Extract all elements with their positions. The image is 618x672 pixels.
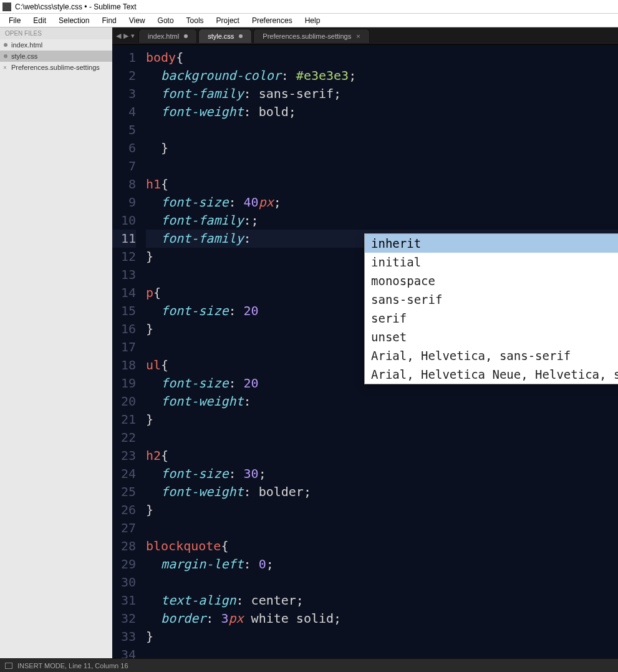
code-line[interactable]: border: 3px white solid; bbox=[146, 610, 618, 628]
line-number: 13 bbox=[112, 266, 136, 284]
open-file-label: style.css bbox=[11, 52, 37, 60]
open-file-item[interactable]: ×Preferences.sublime-settings bbox=[0, 62, 112, 73]
line-number: 34 bbox=[112, 646, 136, 658]
code-line[interactable]: body{ bbox=[146, 49, 618, 67]
line-number: 27 bbox=[112, 519, 136, 537]
line-number: 16 bbox=[112, 320, 136, 338]
tab-row: ◀ ▶ ▾ index.htmlstyle.cssPreferences.sub… bbox=[112, 27, 618, 45]
code-line[interactable]: } bbox=[146, 628, 618, 646]
open-file-label: index.html bbox=[11, 41, 42, 49]
code-line[interactable]: text-align: center; bbox=[146, 592, 618, 610]
workspace: OPEN FILES index.htmlstyle.css×Preferenc… bbox=[0, 27, 618, 658]
editor-area: ◀ ▶ ▾ index.htmlstyle.cssPreferences.sub… bbox=[112, 27, 618, 658]
code-line[interactable] bbox=[146, 121, 618, 139]
code-line[interactable]: background-color: #e3e3e3; bbox=[146, 67, 618, 85]
line-number: 32 bbox=[112, 610, 136, 628]
menubar: FileEditSelectionFindViewGotoToolsProjec… bbox=[0, 14, 618, 27]
line-number: 25 bbox=[112, 483, 136, 501]
close-icon[interactable]: × bbox=[356, 32, 360, 40]
open-file-item[interactable]: index.html bbox=[0, 39, 112, 51]
line-number: 26 bbox=[112, 501, 136, 519]
code-line[interactable]: } bbox=[146, 501, 618, 519]
autocomplete-item[interactable]: inherit bbox=[365, 234, 618, 253]
tab-nav-back-icon[interactable]: ◀ bbox=[116, 32, 121, 40]
tab-nav-forward-icon[interactable]: ▶ bbox=[123, 32, 128, 40]
tab-label: Preferences.sublime-settings bbox=[263, 32, 351, 40]
code-line[interactable]: blockquote{ bbox=[146, 537, 618, 555]
dirty-dot-icon bbox=[4, 43, 7, 47]
tab-label: index.html bbox=[148, 32, 179, 40]
dirty-dot-icon bbox=[4, 54, 7, 58]
line-number: 2 bbox=[112, 67, 136, 85]
code-line[interactable]: font-weight: bold; bbox=[146, 103, 618, 121]
dirty-dot-icon bbox=[239, 34, 243, 38]
autocomplete-popup[interactable]: inheritinitialmonospacesans-serifserifun… bbox=[364, 233, 618, 384]
tab-preferences-sublime-settings[interactable]: Preferences.sublime-settings× bbox=[253, 29, 369, 43]
open-files-list: index.htmlstyle.css×Preferences.sublime-… bbox=[0, 39, 112, 73]
app-icon bbox=[2, 2, 11, 11]
autocomplete-item[interactable]: Arial, Helvetica, sans-serif bbox=[365, 346, 618, 365]
status-text: INSERT MODE, Line 11, Column 16 bbox=[17, 662, 128, 670]
code-line[interactable] bbox=[146, 429, 618, 447]
line-number: 22 bbox=[112, 429, 136, 447]
titlebar: C:\web\css\style.css • - Sublime Text bbox=[0, 0, 618, 14]
code-line[interactable] bbox=[146, 157, 618, 175]
menu-project[interactable]: Project bbox=[210, 15, 246, 26]
menu-goto[interactable]: Goto bbox=[152, 15, 180, 26]
open-files-header: OPEN FILES bbox=[0, 27, 112, 39]
sidebar: OPEN FILES index.htmlstyle.css×Preferenc… bbox=[0, 27, 112, 658]
line-number: 17 bbox=[112, 338, 136, 356]
autocomplete-item[interactable]: monospace bbox=[365, 271, 618, 290]
panel-switcher-icon[interactable] bbox=[5, 663, 12, 669]
line-number: 30 bbox=[112, 573, 136, 592]
code-line[interactable] bbox=[146, 519, 618, 537]
code-line[interactable]: h1{ bbox=[146, 175, 618, 193]
line-number: 29 bbox=[112, 555, 136, 573]
tab-label: style.css bbox=[208, 32, 234, 40]
tab-nav-menu-icon[interactable]: ▾ bbox=[131, 32, 135, 40]
menu-selection[interactable]: Selection bbox=[52, 15, 95, 26]
code-line[interactable]: h2{ bbox=[146, 447, 618, 465]
code-line[interactable]: } bbox=[146, 411, 618, 429]
tab-index-html[interactable]: index.html bbox=[138, 29, 197, 43]
code-line[interactable]: font-family:; bbox=[146, 212, 618, 230]
autocomplete-item[interactable]: Arial, Helvetica Neue, Helvetica, sans-s… bbox=[365, 365, 618, 384]
code-line[interactable]: font-weight: bolder; bbox=[146, 483, 618, 501]
editor[interactable]: 1234567891011121314151617181920212223242… bbox=[112, 45, 618, 658]
line-number: 15 bbox=[112, 302, 136, 320]
line-number: 21 bbox=[112, 411, 136, 429]
line-number: 18 bbox=[112, 356, 136, 374]
line-number: 1 bbox=[112, 49, 136, 67]
statusbar: INSERT MODE, Line 11, Column 16 bbox=[0, 658, 618, 672]
code-line[interactable]: font-size: 30; bbox=[146, 465, 618, 483]
line-number: 6 bbox=[112, 139, 136, 157]
code-line[interactable] bbox=[146, 573, 618, 592]
line-number: 33 bbox=[112, 628, 136, 646]
menu-find[interactable]: Find bbox=[95, 15, 122, 26]
open-file-label: Preferences.sublime-settings bbox=[11, 64, 100, 71]
menu-help[interactable]: Help bbox=[299, 15, 327, 26]
code-line[interactable]: font-family: sans-serif; bbox=[146, 85, 618, 103]
line-number: 19 bbox=[112, 374, 136, 392]
menu-file[interactable]: File bbox=[2, 15, 27, 26]
menu-preferences[interactable]: Preferences bbox=[246, 15, 299, 26]
open-file-item[interactable]: style.css bbox=[0, 51, 112, 62]
tabs: index.htmlstyle.cssPreferences.sublime-s… bbox=[138, 29, 371, 43]
line-number: 11 bbox=[112, 230, 136, 248]
autocomplete-item[interactable]: serif bbox=[365, 309, 618, 328]
autocomplete-item[interactable]: sans-serif bbox=[365, 290, 618, 309]
close-icon[interactable]: × bbox=[3, 64, 7, 71]
code-line[interactable]: font-weight: bbox=[146, 392, 618, 411]
code-line[interactable]: font-size: 40px; bbox=[146, 193, 618, 212]
autocomplete-item[interactable]: initial bbox=[365, 253, 618, 271]
tab-nav: ◀ ▶ ▾ bbox=[112, 32, 138, 40]
menu-edit[interactable]: Edit bbox=[27, 15, 52, 26]
tab-style-css[interactable]: style.css bbox=[198, 29, 252, 43]
code-line[interactable]: margin-left: 0; bbox=[146, 555, 618, 573]
menu-tools[interactable]: Tools bbox=[180, 15, 210, 26]
code-line[interactable]: } bbox=[146, 139, 618, 157]
autocomplete-item[interactable]: unset bbox=[365, 328, 618, 346]
window-title: C:\web\css\style.css • - Sublime Text bbox=[15, 2, 137, 11]
menu-view[interactable]: View bbox=[123, 15, 152, 26]
code-line[interactable] bbox=[146, 646, 618, 658]
